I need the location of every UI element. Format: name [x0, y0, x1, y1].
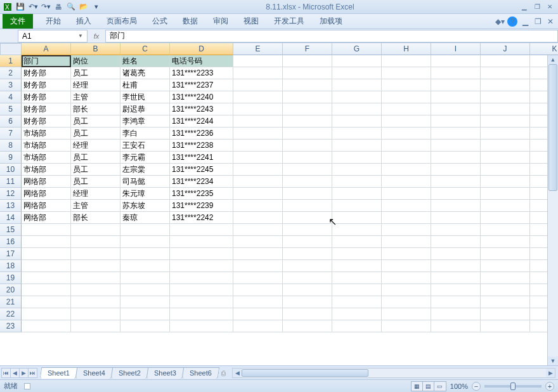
normal-view-icon[interactable]: ▦: [412, 382, 423, 391]
name-box-dropdown-icon[interactable]: ▼: [78, 33, 83, 39]
scroll-right-icon[interactable]: ▶: [546, 369, 555, 377]
cell-D2[interactable]: 131****2233: [170, 67, 233, 79]
vertical-scrollbar[interactable]: ▲ ▼: [547, 55, 558, 365]
cell-I13[interactable]: [431, 200, 481, 212]
cell-G7[interactable]: [332, 127, 382, 140]
cell-J18[interactable]: [481, 260, 530, 272]
col-header-B[interactable]: B: [71, 43, 120, 55]
cell-D9[interactable]: 131****2241: [170, 152, 233, 164]
zoom-level[interactable]: 100%: [450, 382, 468, 390]
sheet-first-icon[interactable]: ⏮: [1, 368, 11, 378]
row-header-6[interactable]: 6: [0, 115, 22, 127]
cell-F11[interactable]: [283, 176, 332, 188]
restore-icon[interactable]: ❐: [531, 3, 543, 11]
cell-I15[interactable]: [431, 224, 481, 236]
cell-A10[interactable]: 市场部: [22, 164, 71, 176]
cell-E14[interactable]: [233, 212, 283, 224]
row-header-2[interactable]: 2: [0, 67, 22, 79]
cell-E15[interactable]: [233, 224, 283, 236]
cell-I4[interactable]: [431, 91, 481, 103]
cell-G23[interactable]: [332, 320, 382, 332]
cell-E13[interactable]: [233, 200, 283, 212]
qat-more-icon[interactable]: ▾: [91, 2, 101, 12]
cell-F2[interactable]: [283, 67, 332, 79]
cell-A12[interactable]: 网络部: [22, 188, 71, 200]
cell-D19[interactable]: [170, 272, 233, 284]
file-tab[interactable]: 文件: [3, 14, 33, 29]
cell-F9[interactable]: [283, 152, 332, 164]
cell-J17[interactable]: [481, 248, 530, 260]
row-header-11[interactable]: 11: [0, 176, 22, 188]
cell-B18[interactable]: [71, 260, 120, 272]
col-header-F[interactable]: F: [283, 43, 332, 55]
cell-H10[interactable]: [382, 164, 431, 176]
cell-G1[interactable]: [332, 55, 382, 67]
row-header-18[interactable]: 18: [0, 260, 22, 272]
row-header-8[interactable]: 8: [0, 140, 22, 152]
cell-F19[interactable]: [283, 272, 332, 284]
row-header-23[interactable]: 23: [0, 320, 22, 332]
cell-B17[interactable]: [71, 248, 120, 260]
row-header-3[interactable]: 3: [0, 79, 22, 91]
cell-A7[interactable]: 市场部: [22, 127, 71, 140]
cell-G20[interactable]: [332, 284, 382, 296]
cell-B19[interactable]: [71, 272, 120, 284]
cell-J14[interactable]: [481, 212, 530, 224]
undo-icon[interactable]: ↶▾: [28, 2, 38, 12]
help-icon[interactable]: ?: [507, 16, 517, 27]
cell-I7[interactable]: [431, 127, 481, 140]
cell-J20[interactable]: [481, 284, 530, 296]
col-header-H[interactable]: H: [382, 43, 431, 55]
cell-I6[interactable]: [431, 115, 481, 127]
col-header-I[interactable]: I: [431, 43, 481, 55]
print-icon[interactable]: 🖶: [53, 2, 63, 12]
cell-D4[interactable]: 131****2240: [170, 91, 233, 103]
cell-H21[interactable]: [382, 296, 431, 308]
cell-B15[interactable]: [71, 224, 120, 236]
row-header-15[interactable]: 15: [0, 224, 22, 236]
cell-I11[interactable]: [431, 176, 481, 188]
cell-E6[interactable]: [233, 115, 283, 127]
cell-B21[interactable]: [71, 296, 120, 308]
cell-C17[interactable]: [120, 248, 170, 260]
cell-H13[interactable]: [382, 200, 431, 212]
cell-J22[interactable]: [481, 308, 530, 320]
cell-G17[interactable]: [332, 248, 382, 260]
cell-E21[interactable]: [233, 296, 283, 308]
cell-F8[interactable]: [283, 140, 332, 152]
cell-A3[interactable]: 财务部: [22, 79, 71, 91]
cell-J23[interactable]: [481, 320, 530, 332]
cell-G12[interactable]: [332, 188, 382, 200]
cell-F22[interactable]: [283, 308, 332, 320]
col-header-K[interactable]: K: [530, 43, 558, 55]
menu-数据[interactable]: 数据: [175, 14, 205, 29]
cell-A18[interactable]: [22, 260, 71, 272]
row-header-17[interactable]: 17: [0, 248, 22, 260]
cell-I12[interactable]: [431, 188, 481, 200]
hscroll-thumb[interactable]: [242, 369, 368, 377]
cell-C9[interactable]: 李元霸: [120, 152, 170, 164]
cell-G22[interactable]: [332, 308, 382, 320]
scroll-left-icon[interactable]: ◀: [233, 369, 242, 377]
row-header-4[interactable]: 4: [0, 91, 22, 103]
cell-B23[interactable]: [71, 320, 120, 332]
cell-D17[interactable]: [170, 248, 233, 260]
row-header-1[interactable]: 1: [0, 55, 22, 67]
cell-J6[interactable]: [481, 115, 530, 127]
cell-C1[interactable]: 姓名: [120, 55, 170, 67]
cell-B9[interactable]: 员工: [71, 152, 120, 164]
cell-E1[interactable]: [233, 55, 283, 67]
cell-C18[interactable]: [120, 260, 170, 272]
cell-F10[interactable]: [283, 164, 332, 176]
cell-J19[interactable]: [481, 272, 530, 284]
cell-H2[interactable]: [382, 67, 431, 79]
options-icon[interactable]: ◆▾: [495, 16, 505, 27]
cell-B4[interactable]: 主管: [71, 91, 120, 103]
ribbon-restore-icon[interactable]: ❐: [533, 16, 543, 27]
cell-A19[interactable]: [22, 272, 71, 284]
cell-F6[interactable]: [283, 115, 332, 127]
cell-F5[interactable]: [283, 103, 332, 115]
cell-A2[interactable]: 财务部: [22, 67, 71, 79]
cell-E9[interactable]: [233, 152, 283, 164]
menu-视图[interactable]: 视图: [236, 14, 266, 29]
